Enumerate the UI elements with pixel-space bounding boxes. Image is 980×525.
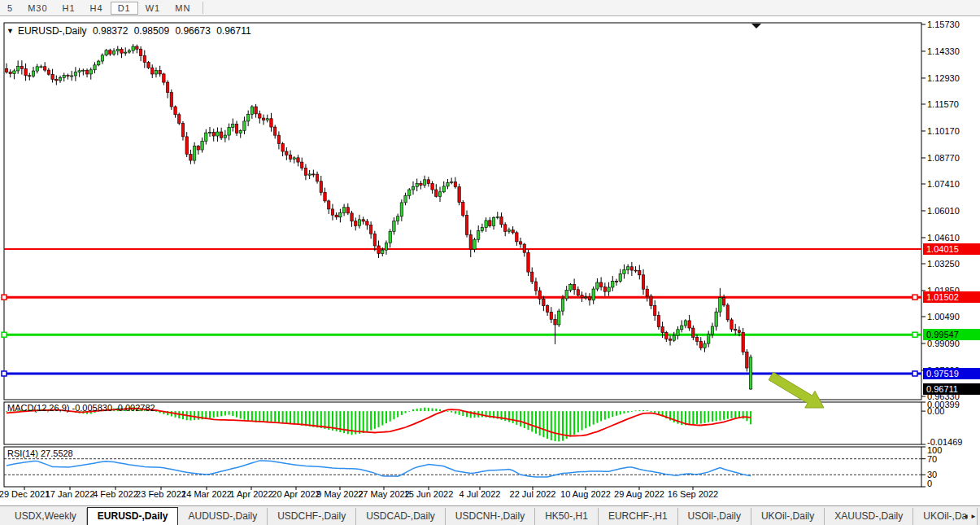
candle-body (546, 306, 548, 313)
hline-handle-0.97519[interactable] (912, 371, 917, 376)
macd-bar (428, 408, 429, 411)
chart-tab-usoil-daily[interactable]: USOil-,Daily (678, 508, 751, 525)
macd-bar (274, 411, 276, 422)
date-axis-label: 29 Dec 2021 (0, 489, 50, 499)
candle-body (550, 312, 552, 319)
macd-bar (216, 411, 218, 417)
price-axis-label: 1.08770 (927, 153, 960, 163)
candle-body (500, 217, 503, 225)
hline-handle-1.01502[interactable] (2, 295, 7, 300)
macd-bar (363, 411, 364, 433)
hline-handle-0.99547[interactable] (2, 332, 7, 337)
candle-body (688, 321, 690, 328)
candle-body (277, 135, 280, 143)
chart-tab-usdcad-daily[interactable]: USDCAD-,Daily (356, 508, 446, 525)
chart-tab-usdcnh-daily[interactable]: USDCNH-,Daily (446, 508, 535, 525)
candle-body (197, 147, 199, 150)
candle-body (492, 217, 494, 225)
candle-body (669, 339, 671, 340)
candle-body (722, 298, 725, 305)
candle-body (400, 203, 403, 217)
chart-tab-ukoil-daily[interactable]: UKOil-,Daily (751, 508, 825, 525)
chart-tab-usdx-weekly[interactable]: USDX,Weekly (5, 508, 87, 525)
candle-body (224, 135, 226, 138)
chart-tab-audusd-daily[interactable]: AUDUSD-,Daily (178, 508, 268, 525)
price-axis-label: 1.12930 (927, 73, 960, 83)
macd-bar (616, 411, 617, 416)
candle-body (362, 220, 364, 221)
trading-platform-window: 5M30H1H4D1W1MN ▼EURUSD-,Daily 0.98372 0.… (0, 0, 980, 525)
candle-body (626, 267, 629, 270)
tab-scroll-left-icon[interactable]: ◄ (962, 513, 970, 520)
chart-tab-eurusd-daily[interactable]: EURUSD-,Daily (87, 507, 179, 525)
macd-bar (692, 411, 694, 425)
candle-body (569, 284, 572, 290)
price-axis-label: 1.06010 (927, 206, 960, 216)
candle-body (565, 291, 568, 299)
chart-tab-xauusd-daily[interactable]: XAUUSD-,Daily (825, 508, 913, 525)
chart-tab-eurchf-h1[interactable]: EURCHF-,H1 (599, 508, 678, 525)
macd-bar (359, 411, 360, 434)
macd-bar (577, 411, 579, 432)
macd-bar (213, 411, 215, 418)
macd-bar (604, 411, 606, 419)
macd-bar (309, 411, 311, 427)
candle-body (355, 221, 357, 226)
chart-tab-hk50-h1[interactable]: HK50-,H1 (535, 508, 599, 525)
macd-name: MACD(12,26,9) (7, 403, 69, 413)
macd-bar (412, 409, 414, 411)
candle-body (220, 132, 222, 138)
price-axis-label: 1.10170 (927, 126, 960, 136)
candle-body (174, 107, 176, 115)
macd-bar (708, 411, 709, 422)
candle-body (281, 144, 284, 152)
candle-body (47, 70, 50, 74)
macd-bar (535, 411, 537, 434)
macd-bar (198, 411, 199, 420)
tab-scroll-right-icon[interactable]: ► (970, 513, 978, 520)
candle-body (316, 174, 318, 182)
macd-bar (531, 411, 533, 431)
candle-body (646, 289, 648, 296)
hline-handle-1.01502[interactable] (912, 295, 917, 300)
candle-body (170, 93, 172, 107)
date-axis-label: 9 May 2022 (316, 489, 363, 499)
macd-bar (209, 411, 211, 418)
candle-body (684, 321, 686, 326)
date-axis-label: 20 Apr 2022 (272, 489, 320, 499)
candle-body (454, 182, 456, 186)
candle-body (24, 69, 27, 76)
macd-bar (374, 411, 376, 429)
macd-bar (459, 411, 460, 415)
hline-handle-0.97519[interactable] (2, 371, 7, 376)
macd-bar (727, 411, 729, 419)
candle-body (708, 335, 710, 343)
candle-body (189, 154, 192, 160)
candle-body (749, 357, 751, 389)
macd-signal-value: -0.002782 (115, 403, 155, 413)
candle-body (59, 77, 61, 80)
macd-bar (716, 411, 717, 421)
candle-body (512, 230, 514, 232)
candle-body (159, 71, 161, 74)
candle-body (301, 162, 303, 168)
macd-bar (555, 411, 556, 441)
macd-bar (320, 411, 322, 428)
chart-expander-icon[interactable]: ▼ (7, 27, 14, 35)
candle-body (585, 297, 587, 298)
tab-scroll-arrows[interactable]: ◄► (962, 513, 978, 520)
macd-bar (539, 411, 541, 435)
macd-bar (569, 411, 571, 436)
hline-handle-0.99547[interactable] (912, 332, 917, 337)
macd-bar (408, 411, 410, 412)
candle-body (366, 221, 368, 225)
chart-tab-usdchf-daily[interactable]: USDCHF-,Daily (268, 508, 356, 525)
macd-axis-zero: 0.00 (927, 406, 944, 416)
macd-bar (623, 411, 625, 413)
candle-body (259, 114, 261, 118)
candle-body (105, 50, 107, 55)
macd-bar (738, 411, 740, 418)
macd-bar (378, 411, 380, 427)
candle-body (423, 180, 425, 186)
candle-body (342, 208, 345, 213)
